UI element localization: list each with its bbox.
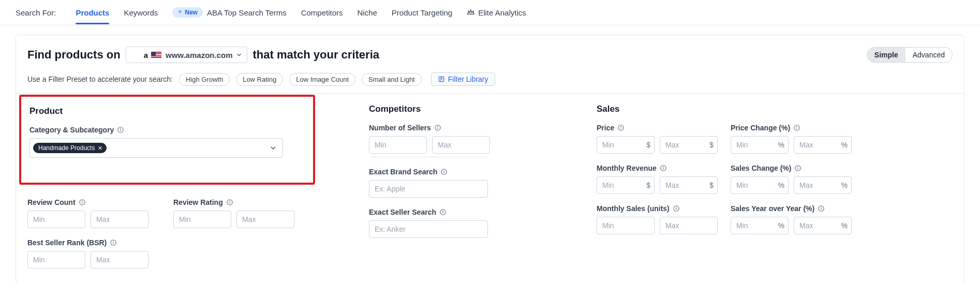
remove-category-icon[interactable]: ✕ — [98, 145, 102, 152]
svg-point-21 — [444, 170, 444, 171]
num-sellers-min[interactable] — [369, 136, 427, 154]
us-flag-icon — [151, 52, 161, 58]
num-sellers-max[interactable] — [432, 136, 490, 154]
mode-simple[interactable]: Simple — [867, 48, 905, 62]
review-count-min[interactable] — [27, 211, 85, 228]
info-icon[interactable] — [617, 124, 625, 131]
sales-change-max[interactable] — [794, 176, 852, 194]
filters-panel: Find products on a www.amazon.com that m… — [16, 35, 964, 283]
sales-yoy-min[interactable] — [731, 217, 789, 234]
preset-low-rating[interactable]: Low Rating — [236, 73, 283, 86]
info-icon[interactable] — [117, 126, 124, 133]
exact-seller-label: Exact Seller Search — [369, 208, 436, 216]
amazon-a-icon: a — [144, 51, 148, 59]
monthly-sales-label: Monthly Sales (units) — [597, 204, 670, 213]
sales-change-min[interactable] — [731, 176, 789, 194]
info-icon[interactable] — [434, 124, 441, 131]
preset-small-and-light[interactable]: Small and Light — [362, 73, 422, 86]
review-rating-max[interactable] — [236, 211, 294, 228]
svg-point-15 — [229, 201, 230, 201]
market-domain: www.amazon.com — [166, 51, 232, 59]
svg-point-30 — [797, 126, 797, 127]
tab-products[interactable]: Products — [76, 8, 109, 24]
tab-elite-label: Elite Analytics — [478, 8, 526, 17]
sparkle-icon — [177, 10, 183, 15]
svg-point-27 — [621, 126, 621, 127]
review-count-label: Review Count — [27, 198, 76, 206]
price-min[interactable] — [597, 136, 655, 154]
mode-advanced[interactable]: Advanced — [905, 48, 952, 62]
mode-switch: Simple Advanced — [867, 47, 953, 63]
price-change-max[interactable] — [794, 136, 852, 154]
chevron-down-icon — [269, 144, 277, 152]
info-icon[interactable] — [660, 165, 667, 172]
info-icon[interactable] — [439, 208, 447, 216]
info-icon[interactable] — [110, 239, 117, 246]
info-icon[interactable] — [673, 205, 680, 212]
price-label: Price — [597, 124, 614, 132]
exact-seller-input[interactable] — [369, 220, 488, 238]
exact-brand-label: Exact Brand Search — [369, 168, 437, 176]
info-icon[interactable] — [79, 199, 86, 206]
category-label: Category & Subcategory — [29, 126, 114, 134]
info-icon[interactable] — [793, 124, 800, 131]
tab-product-targeting[interactable]: Product Targeting — [392, 8, 452, 24]
category-select[interactable]: Handmade Products ✕ — [29, 138, 283, 158]
monthly-sales-min[interactable] — [597, 217, 655, 234]
exact-brand-input[interactable] — [369, 180, 488, 198]
svg-point-12 — [113, 241, 114, 242]
chevron-down-icon — [235, 51, 243, 58]
tab-elite-analytics[interactable]: Elite Analytics — [467, 8, 526, 24]
page-title: Find products on a www.amazon.com that m… — [27, 47, 379, 63]
filters-grid: Product Category & Subcategory Handmade … — [27, 94, 953, 279]
bsr-max[interactable] — [91, 251, 149, 269]
new-badge-text: New — [185, 9, 198, 16]
price-change-min[interactable] — [731, 136, 789, 154]
search-tabs: Search For: Products Keywords New ABA To… — [0, 0, 980, 25]
sales-yoy-label: Sales Year over Year (%) — [731, 204, 814, 213]
svg-point-9 — [82, 201, 82, 201]
search-for-label: Search For: — [16, 8, 56, 24]
filter-library-button[interactable]: Filter Library — [431, 72, 495, 86]
competitors-column: Competitors Number of Sellers Exact Bran… — [369, 104, 534, 279]
preset-row: Use a Filter Preset to accelerate your s… — [27, 72, 953, 86]
monthly-revenue-min[interactable] — [597, 176, 655, 194]
svg-point-6 — [121, 128, 121, 129]
monthly-sales-max[interactable] — [660, 217, 718, 234]
tab-competitors[interactable]: Competitors — [301, 8, 343, 24]
title-post: that match your criteria — [253, 48, 379, 62]
monthly-revenue-max[interactable] — [660, 176, 718, 194]
info-icon[interactable] — [794, 165, 801, 172]
tab-aba-top-search-terms[interactable]: New ABA Top Search Terms — [172, 7, 286, 25]
monthly-revenue-label: Monthly Revenue — [597, 164, 657, 172]
sales-yoy-max[interactable] — [794, 217, 852, 234]
tab-niche[interactable]: Niche — [358, 8, 377, 24]
review-count-max[interactable] — [91, 211, 149, 228]
info-icon[interactable] — [226, 199, 233, 206]
preset-label: Use a Filter Preset to accelerate your s… — [27, 75, 173, 83]
bsr-label: Best Seller Rank (BSR) — [27, 239, 107, 247]
product-column: Product Category & Subcategory Handmade … — [27, 104, 307, 279]
review-rating-label: Review Rating — [173, 198, 223, 206]
review-rating-min[interactable] — [173, 211, 231, 228]
preset-high-growth[interactable]: High Growth — [179, 73, 230, 86]
info-icon[interactable] — [818, 205, 825, 212]
filter-library-label: Filter Library — [448, 75, 488, 83]
svg-point-18 — [438, 126, 438, 127]
divider — [369, 157, 488, 157]
category-tag: Handmade Products ✕ — [33, 143, 107, 153]
preset-low-image-count[interactable]: Low Image Count — [289, 73, 355, 86]
svg-point-42 — [821, 207, 822, 207]
sales-change-label: Sales Change (%) — [731, 164, 791, 172]
sales-section-title: Sales — [597, 104, 773, 114]
bsr-min[interactable] — [27, 251, 85, 269]
tab-keywords[interactable]: Keywords — [124, 8, 158, 24]
library-icon — [438, 76, 445, 83]
tab-aba-label: ABA Top Search Terms — [207, 8, 287, 17]
title-pre: Find products on — [27, 48, 121, 62]
new-badge: New — [172, 7, 203, 18]
price-max[interactable] — [660, 136, 718, 154]
market-select[interactable]: a www.amazon.com — [126, 47, 248, 63]
info-icon[interactable] — [440, 168, 448, 175]
category-tag-label: Handmade Products — [38, 144, 95, 152]
